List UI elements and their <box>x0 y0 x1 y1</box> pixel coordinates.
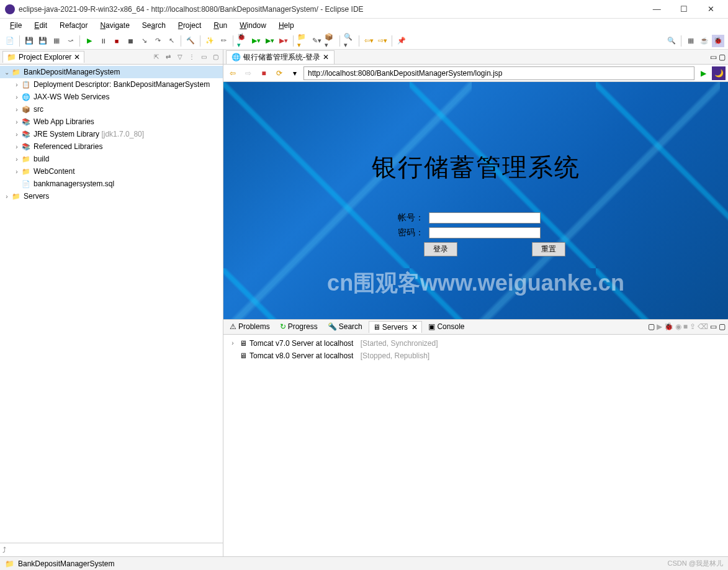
tree-item-webcontent[interactable]: ›📁WebContent <box>0 165 223 178</box>
menu-help[interactable]: Help <box>274 20 299 31</box>
servers-view[interactable]: › 🖥 Tomcat v7.0 Server at localhost [Sta… <box>223 335 728 557</box>
maximize-button[interactable]: ☐ <box>672 4 696 14</box>
save-all-button[interactable]: 💾 <box>37 35 49 47</box>
tab-search[interactable]: 🔦Search <box>324 321 366 332</box>
tab-problems[interactable]: ⚠Problems <box>226 321 274 332</box>
login-button[interactable]: 登录 <box>424 242 457 256</box>
editor-tab[interactable]: 🌐 银行储蓄管理系统-登录 ✕ <box>226 50 335 64</box>
minimize-view-icon[interactable]: ▭ <box>199 52 209 62</box>
save-button[interactable]: 💾 <box>23 35 35 47</box>
tree-item-build[interactable]: ›📁build <box>0 153 223 165</box>
minimize-bottom-icon[interactable]: ▭ <box>710 322 717 331</box>
forward-button[interactable]: ⇨ <box>241 66 255 80</box>
status-project-icon: 📁 <box>5 559 14 568</box>
step-into-button[interactable]: ↘ <box>138 35 150 47</box>
skip-button[interactable]: ⤻ <box>64 35 76 47</box>
server-debug-icon[interactable]: 🐞 <box>664 322 673 331</box>
minimize-button[interactable]: — <box>644 4 669 14</box>
tree-item-src[interactable]: ›📦src <box>0 103 223 115</box>
server-publish-icon[interactable]: ⇪ <box>690 322 696 331</box>
stop-load-button[interactable]: ■ <box>257 66 271 80</box>
pencil-icon[interactable]: ✏ <box>217 35 230 47</box>
menu-refactor[interactable]: Refactor <box>55 20 92 31</box>
back-nav-button[interactable]: ⇦▾ <box>362 35 375 47</box>
collapse-all-icon[interactable]: ⇱ <box>151 52 161 62</box>
back-button[interactable]: ⇦ <box>226 66 240 80</box>
forward-nav-button[interactable]: ⇨▾ <box>376 35 389 47</box>
tree-item-sql[interactable]: 📄bankmanagersystem.sql <box>0 178 223 190</box>
tree-root[interactable]: ⌄ 📁 BankDepositManagerSystem <box>0 66 223 78</box>
step-over-button[interactable]: ↷ <box>151 35 164 47</box>
reset-button[interactable]: 重置 <box>532 242 565 256</box>
server-row-1[interactable]: › 🖥 Tomcat v7.0 Server at localhost [Sta… <box>226 337 726 350</box>
project-explorer-tab[interactable]: 📁 Project Explorer ✕ <box>2 51 84 63</box>
open-perspective-button[interactable]: ▦ <box>685 35 697 47</box>
search-icon[interactable]: 🔍 <box>665 35 678 47</box>
account-input[interactable] <box>429 212 541 224</box>
server-stop-icon[interactable]: ■ <box>683 322 688 331</box>
maximize-bottom-icon[interactable]: ▢ <box>719 322 726 331</box>
expand-icon[interactable]: ⌄ <box>2 69 11 76</box>
pin-button[interactable]: 📌 <box>395 35 408 47</box>
new-file-button[interactable]: ✎▾ <box>310 35 323 47</box>
home-button[interactable]: ▾ <box>288 66 302 80</box>
project-tree[interactable]: ⌄ 📁 BankDepositManagerSystem ›📋Deploymen… <box>0 65 223 543</box>
server-clean-icon[interactable]: ⌫ <box>698 322 708 331</box>
server-profile-icon[interactable]: ◉ <box>675 322 681 331</box>
menu-navigate[interactable]: Navigate <box>95 20 134 31</box>
tree-item-deployment[interactable]: ›📋Deployment Descriptor: BankDepositMana… <box>0 78 223 91</box>
menu-file[interactable]: File <box>5 20 27 31</box>
close-servers-icon[interactable]: ✕ <box>410 323 418 332</box>
maximize-editor-icon[interactable]: ▢ <box>719 53 726 61</box>
resume-button[interactable]: ▶ <box>83 35 96 47</box>
tree-item-jaxws[interactable]: ›🌐JAX-WS Web Services <box>0 91 223 103</box>
run-button[interactable]: ▶▾ <box>250 35 263 47</box>
eclipse-browser-icon[interactable]: 🌙 <box>712 66 726 80</box>
menu-window[interactable]: Window <box>235 20 271 31</box>
tab-progress[interactable]: ↻Progress <box>276 321 321 332</box>
tree-item-webapplib[interactable]: ›📚Web App Libraries <box>0 115 223 128</box>
toggle-button[interactable]: ▦ <box>50 35 63 47</box>
server-row-2[interactable]: 🖥 Tomcat v8.0 Server at localhost [Stopp… <box>226 350 726 362</box>
tree-item-reflib[interactable]: ›📚Referenced Libraries <box>0 140 223 153</box>
new-package-button[interactable]: 📦▾ <box>324 35 336 47</box>
server-new-icon[interactable]: ▢ <box>648 322 655 331</box>
password-input[interactable] <box>429 227 541 238</box>
build-button[interactable]: 🔨 <box>184 35 197 47</box>
tree-item-jre[interactable]: ›📚JRE System Library [jdk1.7.0_80] <box>0 128 223 140</box>
tab-servers[interactable]: 🖥Servers ✕ <box>369 321 423 333</box>
server-start-icon[interactable]: ▶ <box>657 322 662 331</box>
step-return-button[interactable]: ↖ <box>165 35 178 47</box>
show-in-icon[interactable]: ⤴ <box>2 546 6 554</box>
go-button[interactable]: ▶ <box>696 66 710 80</box>
close-editor-icon[interactable]: ✕ <box>323 53 329 61</box>
stop-button[interactable]: ■ <box>110 35 123 47</box>
minimize-editor-icon[interactable]: ▭ <box>710 53 717 61</box>
maximize-view-icon[interactable]: ▢ <box>210 52 220 62</box>
menu-run[interactable]: Run <box>209 20 232 31</box>
wand-icon[interactable]: ✨ <box>204 35 216 47</box>
address-input[interactable] <box>303 66 694 80</box>
view-menu-icon[interactable]: ⋮ <box>187 52 197 62</box>
debug-perspective-button[interactable]: 🐞 <box>712 35 724 47</box>
coverage-button[interactable]: ▶▾ <box>264 35 276 47</box>
tab-console[interactable]: ▣Console <box>425 321 468 332</box>
pause-button[interactable]: ⏸ <box>97 35 109 47</box>
open-type-button[interactable]: 🔍▾ <box>343 35 356 47</box>
java-perspective-button[interactable]: ☕ <box>698 35 711 47</box>
link-editor-icon[interactable]: ⇄ <box>163 52 173 62</box>
close-tab-icon[interactable]: ✕ <box>74 53 80 61</box>
disconnect-button[interactable]: ⏹ <box>124 35 137 47</box>
server-run-button[interactable]: ▶▾ <box>277 35 290 47</box>
menu-search[interactable]: Search <box>137 20 171 31</box>
menu-edit[interactable]: Edit <box>29 20 52 31</box>
tree-servers[interactable]: ›📁Servers <box>0 190 223 202</box>
menu-project[interactable]: Project <box>173 20 206 31</box>
expand-server-icon[interactable]: › <box>228 340 237 346</box>
debug-button[interactable]: 🐞▾ <box>236 35 249 47</box>
new-button[interactable]: 📄 <box>4 35 16 47</box>
filter-icon[interactable]: ▽ <box>175 52 185 62</box>
close-button[interactable]: ✕ <box>698 4 723 14</box>
refresh-button[interactable]: ⟳ <box>272 66 286 80</box>
new-project-button[interactable]: 📁▾ <box>297 35 309 47</box>
